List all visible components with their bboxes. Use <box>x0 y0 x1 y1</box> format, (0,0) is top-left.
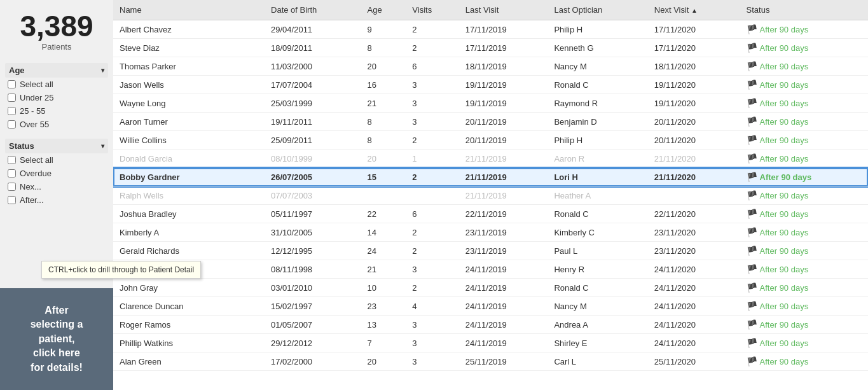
flag-icon: 🏴 <box>747 24 757 34</box>
status-text: After 90 days <box>760 62 809 71</box>
col-status[interactable]: Status <box>740 0 868 20</box>
cell-last-optician: Kenneth G <box>548 39 647 57</box>
status-filter-header[interactable]: Status ▾ <box>5 139 108 153</box>
col-dob[interactable]: Date of Birth <box>265 0 361 20</box>
cell-last-visit: 19/11/2019 <box>459 94 548 113</box>
cell-next-visit: 21/11/2020 <box>648 168 740 186</box>
cell-age: 21 <box>361 260 406 279</box>
table-row[interactable]: Thomas Parker 11/03/2000 20 6 18/11/2019… <box>113 57 868 76</box>
cell-visits: 2 <box>406 131 458 150</box>
table-row[interactable]: Ralph Wells 07/07/2003 21/11/2019 Heathe… <box>113 186 868 205</box>
table-row[interactable]: Steve Diaz 18/09/2011 8 2 17/11/2019 Ken… <box>113 39 868 57</box>
cell-name: Bobby Gardner <box>113 168 265 186</box>
cell-next-visit: 24/11/2020 <box>648 316 740 334</box>
table-row[interactable]: Albert Chavez 29/04/2011 9 2 17/11/2019 … <box>113 20 868 39</box>
table-row[interactable]: Willie Collins 25/09/2011 8 2 20/11/2019… <box>113 131 868 150</box>
cell-name: Kimberly A <box>113 223 265 242</box>
status-overdue-label: Overdue <box>20 169 52 178</box>
age-filter-header[interactable]: Age ▾ <box>5 63 108 78</box>
cell-dob: 18/09/2011 <box>265 39 361 57</box>
status-select-all-label: Select all <box>20 155 53 165</box>
col-age[interactable]: Age <box>361 0 406 20</box>
status-next[interactable]: Nex... <box>5 180 108 193</box>
status-text: After 90 days <box>760 320 809 330</box>
cell-next-visit: 17/11/2020 <box>648 20 740 39</box>
flag-icon: 🏴 <box>747 61 757 71</box>
ctrl-click-tooltip: CTRL+click to drill through to Patient D… <box>41 261 201 279</box>
table-row[interactable]: Jason Wells 17/07/2004 16 3 19/11/2019 R… <box>113 76 868 94</box>
status-next-checkbox[interactable] <box>8 183 16 191</box>
table-row[interactable]: Bobby Gardner 26/07/2005 15 2 21/11/2019… <box>113 168 868 186</box>
table-row[interactable]: Aaron Turner 19/11/2011 8 3 20/11/2019 B… <box>113 113 868 131</box>
cell-status: 🏴 After 90 days <box>740 131 868 150</box>
cell-last-optician: Andrea A <box>548 316 647 334</box>
cell-last-optician: Lori H <box>548 168 647 186</box>
age-select-all[interactable]: Select all <box>5 78 108 91</box>
cell-name: Albert Chavez <box>113 20 265 39</box>
status-overdue-checkbox[interactable] <box>8 169 16 178</box>
status-select-all[interactable]: Select all <box>5 153 108 167</box>
status-after-checkbox[interactable] <box>8 196 16 204</box>
cell-next-visit: 20/11/2020 <box>648 113 740 131</box>
status-text: After 90 days <box>760 191 809 200</box>
cell-next-visit: 24/11/2020 <box>648 334 740 352</box>
col-next-visit[interactable]: Next Visit ▲ <box>648 0 740 20</box>
table-row[interactable]: Christopher Simmons 08/11/1998 21 3 24/1… <box>113 260 868 279</box>
table-row[interactable]: John Gray 03/01/2010 10 2 24/11/2019 Ron… <box>113 279 868 297</box>
status-after[interactable]: After... <box>5 193 108 207</box>
age-select-all-checkbox[interactable] <box>8 80 16 88</box>
col-last-visit[interactable]: Last Visit <box>459 0 548 20</box>
status-text: After 90 days <box>760 302 809 311</box>
flag-icon: 🏴 <box>747 80 757 90</box>
col-name[interactable]: Name <box>113 0 265 20</box>
status-select-all-checkbox[interactable] <box>8 156 16 164</box>
cell-visits: 3 <box>406 260 458 279</box>
cell-visits: 2 <box>406 242 458 260</box>
cell-last-visit: 25/11/2019 <box>459 352 548 371</box>
cell-visits: 6 <box>406 205 458 223</box>
cell-last-optician: Benjamin D <box>548 113 647 131</box>
table-row[interactable]: Kimberly A 31/10/2005 14 2 23/11/2019 Ki… <box>113 223 868 242</box>
cell-name: Roger Ramos <box>113 316 265 334</box>
age-over-55-checkbox[interactable] <box>8 120 16 129</box>
table-row[interactable]: Phillip Watkins 29/12/2012 7 3 24/11/201… <box>113 334 868 352</box>
table-row[interactable]: Roger Ramos 01/05/2007 13 3 24/11/2019 A… <box>113 316 868 334</box>
cell-last-visit: 21/11/2019 <box>459 150 548 168</box>
cell-status: 🏴 After 90 days <box>740 297 868 316</box>
cell-last-optician: Paul L <box>548 242 647 260</box>
cell-visits: 2 <box>406 279 458 297</box>
table-row[interactable]: Donald Garcia 08/10/1999 20 1 21/11/2019… <box>113 150 868 168</box>
flag-icon: 🏴 <box>747 356 757 366</box>
status-text: After 90 days <box>760 357 809 366</box>
cell-visits: 3 <box>406 76 458 94</box>
status-filter-chevron: ▾ <box>101 143 104 150</box>
age-25-55-checkbox[interactable] <box>8 107 16 115</box>
table-container[interactable]: Name Date of Birth Age Visits Last Visit… <box>113 0 868 390</box>
age-over-55[interactable]: Over 55 <box>5 118 108 131</box>
age-under-25[interactable]: Under 25 <box>5 91 108 104</box>
table-row[interactable]: Joshua Bradley 05/11/1997 22 6 22/11/201… <box>113 205 868 223</box>
flag-icon: 🏴 <box>747 116 757 127</box>
table-row[interactable]: Alan Green 17/02/2000 20 3 25/11/2019 Ca… <box>113 352 868 371</box>
cell-next-visit: 24/11/2020 <box>648 297 740 316</box>
cell-status: 🏴 After 90 days <box>740 334 868 352</box>
cell-age: 20 <box>361 150 406 168</box>
cell-status: 🏴 After 90 days <box>740 76 868 94</box>
cell-status: 🏴 After 90 days <box>740 223 868 242</box>
status-overdue[interactable]: Overdue <box>5 167 108 180</box>
table-row[interactable]: Clarence Duncan 15/02/1997 23 4 24/11/20… <box>113 297 868 316</box>
cell-visits: 6 <box>406 57 458 76</box>
col-last-optician[interactable]: Last Optician <box>548 0 647 20</box>
status-text: After 90 days <box>760 246 809 256</box>
cell-status: 🏴 After 90 days <box>740 352 868 371</box>
action-box[interactable]: Afterselecting apatient, click here for … <box>0 288 113 390</box>
table-row[interactable]: Wayne Long 25/03/1999 21 3 19/11/2019 Ra… <box>113 94 868 113</box>
age-under-25-checkbox[interactable] <box>8 94 16 102</box>
age-25-55[interactable]: 25 - 55 <box>5 104 108 118</box>
table-row[interactable]: Gerald Richards 12/12/1995 24 2 23/11/20… <box>113 242 868 260</box>
col-visits[interactable]: Visits <box>406 0 458 20</box>
cell-status: 🏴 After 90 days <box>740 57 868 76</box>
cell-next-visit: 21/11/2020 <box>648 150 740 168</box>
cell-dob: 29/12/2012 <box>265 334 361 352</box>
status-text: After 90 days <box>760 117 809 127</box>
